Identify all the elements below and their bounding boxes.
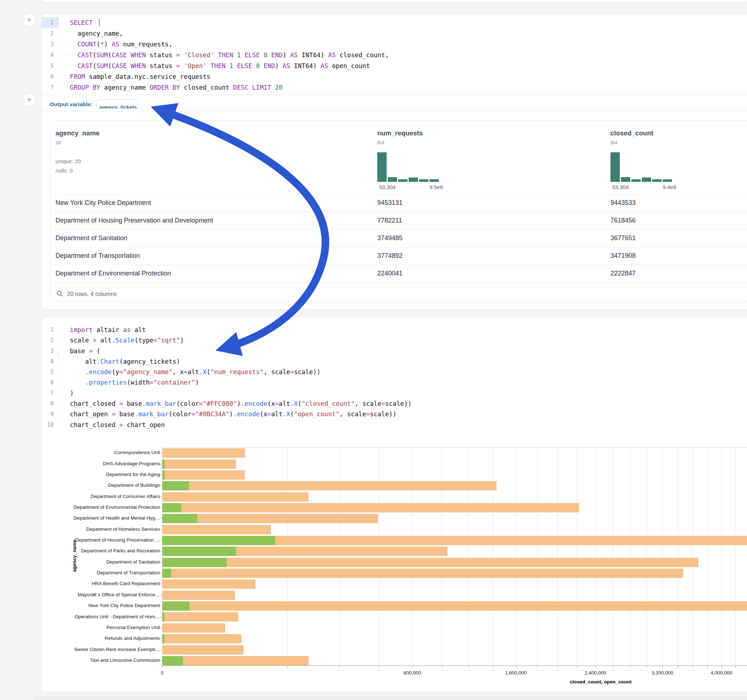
table-row[interactable]: Department of Transportation377489234719… <box>50 247 747 265</box>
python-cell: 1import altair as alt2scale = alt.Scale(… <box>41 317 747 692</box>
chart-gridline <box>735 448 735 665</box>
histogram-bar <box>621 177 630 182</box>
chart-gridline <box>537 448 538 665</box>
code-line[interactable]: 9chart_open = base.mark_bar(color="#8BC3… <box>42 409 747 419</box>
table-row[interactable]: New York City Police Department945313194… <box>50 194 747 212</box>
x-axis-tick <box>577 666 577 668</box>
code-line[interactable]: 3⌄base = ( <box>42 346 747 356</box>
code-line[interactable]: 5 CAST(SUM(CASE WHEN status = 'Open' THE… <box>42 60 747 71</box>
chart-gridline <box>613 448 613 665</box>
y-axis-label: Department of Parks and Recreation <box>42 548 160 554</box>
collapse-chevron-icon[interactable]: ⌄ <box>54 18 59 29</box>
table-cell: 9443533 <box>611 199 636 207</box>
x-axis-tick <box>412 666 413 668</box>
line-number: 7 <box>43 82 54 93</box>
previous-cell-edge <box>41 0 747 3</box>
sql-code-editor[interactable]: 1⌄SELECT 2 agency_name,3 COUNT(*) AS num… <box>42 17 747 93</box>
column-type: i64 <box>611 139 618 145</box>
output-variable-pill[interactable]: agency_tickets <box>96 100 139 109</box>
table-cell: 7782211 <box>377 217 402 224</box>
x-axis-tick <box>379 666 379 668</box>
line-number: 4 <box>43 356 54 367</box>
table-row-separator <box>50 282 747 283</box>
column-name: closed_count <box>611 129 653 137</box>
y-axis-label: Mayorâ€ s Office of Special Enforce… <box>42 592 160 597</box>
code-text: FROM sample_data.nyc.service_requests <box>70 71 747 82</box>
line-number: 9 <box>43 409 54 419</box>
chart-bar-closed <box>162 481 496 490</box>
x-axis-tick <box>516 666 516 668</box>
x-axis-tick <box>558 666 558 668</box>
code-text: base = ( <box>70 346 747 356</box>
code-line[interactable]: 4 CAST(SUM(CASE WHEN status = 'Closed' T… <box>42 50 747 60</box>
x-axis-tick <box>662 666 663 668</box>
collapse-chevron-icon[interactable]: ⌄ <box>54 346 59 356</box>
x-axis-label: 4,000,000 <box>700 670 743 676</box>
line-number-gutter: 4 <box>42 50 59 60</box>
chart-bar-open <box>162 569 171 578</box>
x-axis-tick <box>630 666 631 668</box>
search-icon[interactable] <box>56 290 64 297</box>
code-line[interactable]: 3 COUNT(*) AS num_requests, <box>42 39 747 50</box>
column-stat-unique: unique: 20 <box>56 158 81 164</box>
code-line[interactable]: 1⌄SELECT <box>42 17 747 28</box>
code-text: CAST(SUM(CASE WHEN status = 'Closed' THE… <box>70 50 747 60</box>
code-line[interactable]: 6FROM sample_data.nyc.service_requests <box>42 71 747 82</box>
table-cell: 2222847 <box>611 270 636 277</box>
code-line[interactable]: 6 .properties(width="container") <box>42 377 747 388</box>
code-line[interactable]: 2 agency_name, <box>42 28 747 39</box>
chart-gridline <box>662 448 663 665</box>
chart-bar-closed <box>162 645 243 655</box>
code-line[interactable]: 7) <box>42 388 747 398</box>
code-line[interactable]: 8chart_closed = base.mark_bar(color="#FF… <box>42 398 747 409</box>
y-axis-label: Department of Buildings <box>42 483 160 488</box>
python-code-editor[interactable]: 1import altair as alt2scale = alt.Scale(… <box>42 325 747 430</box>
chart-gridline <box>339 448 339 665</box>
line-number: 1 <box>43 325 54 335</box>
x-axis-tick <box>735 666 735 668</box>
histogram-min-label: 53,304 <box>612 184 629 190</box>
y-axis-label: HRA Benefit Card Replacement <box>42 581 160 586</box>
code-line[interactable]: 2scale = alt.Scale(type="sqrt") <box>42 335 747 345</box>
line-number: 3 <box>43 39 54 50</box>
column-type: str <box>56 139 62 145</box>
chart-gridline <box>379 448 379 665</box>
column-type: i64 <box>377 139 384 145</box>
line-number-gutter: 5 <box>42 367 59 377</box>
x-axis-label: 3,200,000 <box>641 670 684 676</box>
table-row[interactable]: Department of Sanitation37494853677651 <box>50 229 747 247</box>
code-line[interactable]: 5 .encode(y="agency_name", x=alt.X("num_… <box>42 367 747 377</box>
y-axis-label: Department of Homeless Services <box>42 527 160 532</box>
x-axis-tick <box>595 666 596 668</box>
code-text: .properties(width="container") <box>70 377 747 388</box>
chart-gridline <box>595 448 596 665</box>
code-text: chart_open = base.mark_bar(color="#8BC34… <box>70 409 747 419</box>
x-axis-tick <box>442 666 442 668</box>
chart-bar-closed <box>162 601 747 611</box>
x-axis-tick <box>493 666 493 668</box>
code-text: GROUP BY agency_name ORDER BY closed_cou… <box>70 82 747 93</box>
chart-bar-closed <box>162 623 225 633</box>
table-row[interactable]: Department of Environmental Protection22… <box>50 265 747 283</box>
chart-bar-open <box>162 656 183 665</box>
line-number: 3 <box>43 346 54 356</box>
table-row[interactable]: Department of Housing Preservation and D… <box>50 212 747 230</box>
column-histogram <box>377 152 439 182</box>
chart-gridline <box>721 448 722 665</box>
code-text: .encode(y="agency_name", x=alt.X("num_re… <box>70 367 747 377</box>
add-cell-button-top[interactable]: + <box>22 13 36 27</box>
text-caret <box>99 19 100 26</box>
chart-gridline <box>493 448 493 665</box>
code-text: scale = alt.Scale(type="sqrt") <box>70 335 747 345</box>
code-line[interactable]: 7GROUP BY agency_name ORDER BY closed_co… <box>42 82 747 93</box>
code-line[interactable]: 10chart_closed + chart_open <box>42 420 747 430</box>
code-line[interactable]: 4 alt.Chart(agency_tickets) <box>42 356 747 367</box>
line-number: 5 <box>43 60 54 71</box>
code-line[interactable]: 1import altair as alt <box>42 325 747 335</box>
line-number: 1 <box>43 17 54 28</box>
chart-gridline <box>630 448 631 665</box>
chart-bar-closed <box>162 656 308 665</box>
add-cell-button-middle[interactable]: + <box>22 93 36 107</box>
dataframe-footer: 20 rows, 4 columns <box>50 287 747 302</box>
line-number: 4 <box>43 50 54 60</box>
